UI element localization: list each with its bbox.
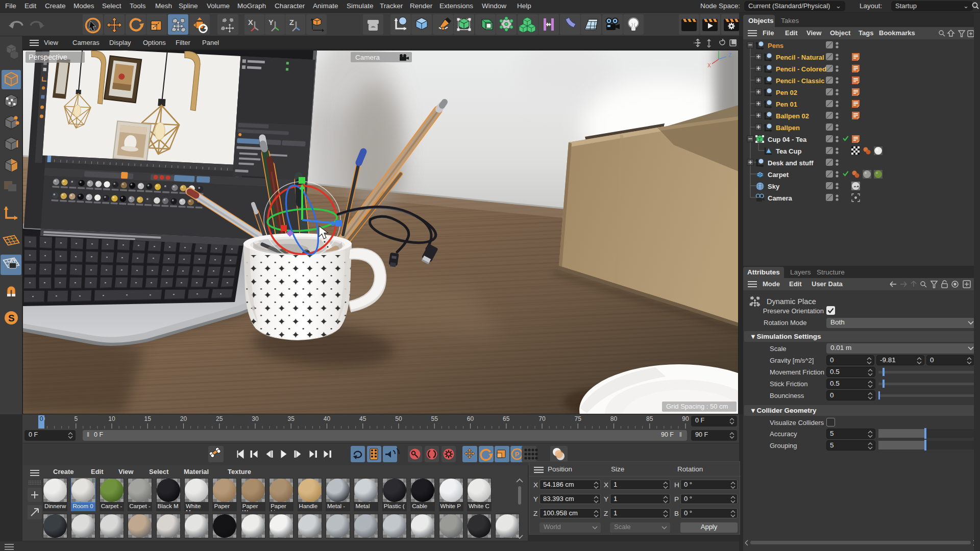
svg-text:45: 45 — [359, 415, 366, 422]
svg-text:Pencil - Natural: Pencil - Natural — [776, 54, 824, 61]
svg-text:50: 50 — [395, 415, 402, 422]
svg-text:Sky: Sky — [768, 183, 780, 190]
svg-text:Z: Z — [289, 18, 294, 27]
svg-text:X: X — [707, 63, 711, 68]
svg-text:0: 0 — [40, 415, 43, 422]
svg-text:Pen 01: Pen 01 — [776, 101, 797, 108]
svg-text:X: X — [248, 18, 253, 27]
svg-text:85: 85 — [646, 415, 653, 422]
svg-text:Perspective: Perspective — [29, 53, 67, 61]
svg-text:10: 10 — [108, 415, 115, 422]
svg-text:P: P — [515, 450, 520, 458]
svg-text:Tea Cup: Tea Cup — [776, 147, 801, 155]
svg-text:Camera: Camera — [355, 54, 380, 61]
svg-text:75: 75 — [575, 415, 582, 422]
svg-text:Pen 02: Pen 02 — [776, 89, 797, 96]
svg-text:Ballpen 02: Ballpen 02 — [776, 112, 809, 120]
svg-text:Camera: Camera — [768, 194, 792, 202]
svg-text:S: S — [8, 313, 15, 323]
svg-text:30: 30 — [252, 415, 259, 422]
svg-text:15: 15 — [144, 415, 152, 422]
svg-text:Carpet: Carpet — [768, 171, 789, 179]
svg-text:60: 60 — [467, 415, 474, 422]
svg-text:70: 70 — [538, 415, 546, 422]
svg-text:Desk and stuff: Desk and stuff — [768, 159, 814, 167]
svg-text:Ballpen: Ballpen — [776, 124, 800, 132]
svg-text:65: 65 — [503, 415, 510, 422]
svg-text:Pens: Pens — [768, 42, 783, 49]
svg-text:35: 35 — [288, 415, 295, 422]
svg-text:5: 5 — [74, 415, 78, 422]
svg-text:25: 25 — [216, 415, 223, 422]
svg-text:40: 40 — [324, 415, 331, 422]
svg-text:Pencil - Classic: Pencil - Classic — [776, 77, 824, 85]
svg-text:80: 80 — [610, 415, 618, 422]
svg-text:Cup 04 - Tea: Cup 04 - Tea — [768, 136, 807, 143]
svg-text:55: 55 — [431, 415, 438, 422]
svg-text:Pencil - Colored: Pencil - Colored — [776, 65, 826, 73]
svg-text:20: 20 — [180, 415, 187, 422]
svg-text:Y: Y — [268, 18, 274, 27]
svg-text:Z: Z — [728, 53, 731, 58]
svg-text:90: 90 — [682, 415, 689, 422]
svg-text:Grid Spacing : 50 cm: Grid Spacing : 50 cm — [666, 403, 728, 410]
